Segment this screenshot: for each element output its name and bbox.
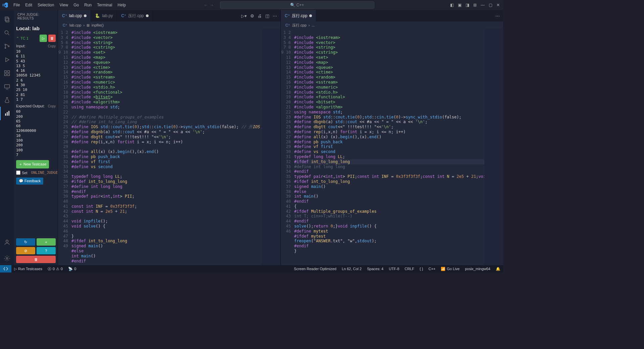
encoding-status[interactable]: UTF-8: [386, 267, 402, 271]
menu-view[interactable]: View: [57, 3, 71, 7]
menu-help[interactable]: Help: [115, 3, 129, 7]
split-editor-icon[interactable]: ◫: [265, 13, 269, 18]
tc-caret-icon[interactable]: ⌃: [16, 36, 19, 41]
host-status[interactable]: posix_mingw64: [462, 267, 493, 271]
screen-reader-status[interactable]: Screen Reader Optimized: [291, 267, 339, 271]
layout-custom-icon[interactable]: ⊞: [473, 2, 477, 8]
breadcrumb-right[interactable]: C⁺ 压行.cpp › ...: [281, 21, 503, 29]
layout-side-icon[interactable]: ◨: [465, 2, 470, 8]
cpp-file-icon: C⁺: [285, 23, 290, 28]
more-icon[interactable]: ⋯: [273, 13, 277, 18]
online-judge-toggle[interactable]: Set ONLINE_JUDGE: [16, 170, 56, 175]
menu-go[interactable]: Go: [71, 3, 82, 7]
menu-file[interactable]: File: [11, 3, 22, 7]
oj-checkbox[interactable]: [16, 170, 20, 175]
activity-settings-icon[interactable]: [0, 252, 14, 265]
input-box[interactable]: 10 6 11 5 43 13 5 4 16 10050 12345 2 6 4…: [16, 49, 56, 103]
tab-压行.cpp[interactable]: C⁺压行.cpp: [281, 10, 316, 21]
gutter-right: 1 2 3 4 5 6 7 8 9 10 11 12 13 14 15 16 1…: [281, 29, 294, 265]
editor-area: C⁺lab.cpp🐍lab.pyC⁺压行.cpp▷▾⚙🖨◫⋯ C⁺ lab.cp…: [58, 10, 503, 265]
print-icon[interactable]: 🖨: [258, 13, 262, 18]
svg-point-14: [6, 240, 8, 242]
activity-debug-icon[interactable]: [0, 53, 14, 66]
menubar: File Edit Selection View Go Run Terminal…: [0, 0, 503, 10]
activity-testing-icon[interactable]: [0, 93, 14, 107]
cursor-status[interactable]: Ln 62, Col 2: [339, 267, 364, 271]
tc-delete-button[interactable]: 🗑: [48, 35, 56, 42]
svg-rect-1: [6, 18, 9, 22]
layout-sidebar-icon[interactable]: ◧: [449, 2, 454, 8]
layout-panel-icon[interactable]: ▣: [457, 2, 462, 8]
tab-label: 压行.cpp: [292, 13, 308, 19]
activity-account-icon[interactable]: [0, 236, 14, 249]
ports-status[interactable]: 📡 0: [65, 267, 79, 271]
tab-压行.cpp[interactable]: C⁺压行.cpp: [117, 10, 153, 21]
cpp-file-icon: C⁺: [63, 23, 67, 28]
bell-icon[interactable]: 🔔: [493, 267, 503, 271]
tab-lab.cpp[interactable]: C⁺lab.cpp: [58, 10, 91, 21]
editor-group-left: C⁺lab.cpp🐍lab.pyC⁺压行.cpp▷▾⚙🖨◫⋯ C⁺ lab.cp…: [58, 10, 280, 265]
delete-all-button[interactable]: 🗑: [16, 256, 56, 263]
add-button[interactable]: ＋: [37, 238, 56, 246]
expected-label: Expected Output:: [16, 104, 45, 108]
tab-lab.py[interactable]: 🐍lab.py: [91, 10, 117, 21]
svg-point-15: [6, 258, 8, 259]
dirty-indicator-icon: [309, 14, 312, 17]
tab-label: 压行.cpp: [128, 13, 144, 19]
spaces-status[interactable]: Spaces: 4: [364, 267, 386, 271]
new-testcase-button[interactable]: ＋ New Testcase: [16, 160, 49, 168]
expected-box[interactable]: 60 200 65 60 120600000 10 100 200 100 7: [16, 109, 56, 158]
menu-selection[interactable]: Selection: [35, 3, 57, 7]
svg-point-4: [5, 47, 6, 48]
run-testcases-status[interactable]: ▷ Run Testcases: [11, 267, 45, 271]
split-settings-icon[interactable]: ⚙: [250, 13, 254, 18]
minimap-right[interactable]: [484, 29, 503, 265]
activity-explorer-icon[interactable]: [0, 13, 14, 26]
menu-terminal[interactable]: Terminal: [94, 3, 115, 7]
code-left[interactable]: #include <iostream> #include <vector> #i…: [71, 29, 262, 265]
activity-cph-icon[interactable]: [0, 107, 14, 120]
rerun-button[interactable]: ↻: [16, 238, 35, 246]
nav-back-icon[interactable]: ←: [204, 3, 208, 7]
problems-status[interactable]: ⓧ 0 ⚠ 0: [45, 266, 65, 271]
window-minimize-icon[interactable]: —: [480, 2, 485, 8]
svg-rect-7: [5, 74, 7, 76]
activity-remote-icon[interactable]: [0, 80, 14, 93]
sidebar: CPH JUDGE: RESULTS Local: lab ⌃ TC 1 ▷ 🗑…: [14, 10, 58, 265]
code-right[interactable]: #include <iostream> #include <vector> #i…: [294, 29, 484, 265]
run-dropdown-icon[interactable]: ▷▾: [241, 13, 247, 18]
eol-status[interactable]: CRLF: [402, 267, 417, 271]
menu-edit[interactable]: Edit: [22, 3, 35, 7]
remote-indicator[interactable]: [0, 265, 11, 272]
window-maximize-icon[interactable]: ▢: [488, 2, 493, 8]
cpp-file-icon: C⁺: [62, 13, 67, 18]
breadcrumb-left[interactable]: C⁺ lab.cpp › ⊞ inpfile(): [58, 21, 280, 29]
vscode-logo-icon: [3, 2, 8, 8]
activity-git-icon[interactable]: [0, 40, 14, 53]
tc-run-button[interactable]: ▷: [40, 35, 47, 42]
activity-extensions-icon[interactable]: [0, 66, 14, 80]
language-status[interactable]: C++: [426, 267, 438, 271]
tc-label[interactable]: TC 1: [20, 36, 38, 40]
window-close-icon[interactable]: ✕: [496, 2, 500, 8]
activity-search-icon[interactable]: [0, 26, 14, 40]
bc-more: ...: [312, 23, 315, 27]
dirty-indicator-icon: [84, 14, 87, 17]
copy-input[interactable]: Copy: [48, 44, 56, 48]
svg-point-2: [5, 31, 8, 34]
gutter-left: 1 2 3 4 5 6 7 8 9 10 11 12 13 14 15 16 1…: [58, 29, 71, 265]
more-icon[interactable]: ⋯: [495, 13, 500, 18]
copy-expected[interactable]: Copy: [48, 104, 56, 108]
nav-forward-icon[interactable]: →: [210, 3, 214, 7]
menu-run[interactable]: Run: [82, 3, 94, 7]
stop-button[interactable]: ⊘: [16, 247, 35, 254]
help-button[interactable]: ？: [37, 247, 56, 254]
tab-label: lab.cpp: [69, 13, 82, 18]
command-center-search[interactable]: 🔍 C++: [220, 1, 374, 9]
py-file-icon: 🐍: [95, 13, 100, 18]
minimap-left[interactable]: [262, 29, 280, 265]
feedback-button[interactable]: 💬 Feedback: [16, 178, 43, 185]
input-label: Input:: [16, 44, 25, 48]
lang-braces-status[interactable]: { }: [417, 267, 426, 271]
golive-status[interactable]: 📶 Go Live: [438, 267, 462, 271]
